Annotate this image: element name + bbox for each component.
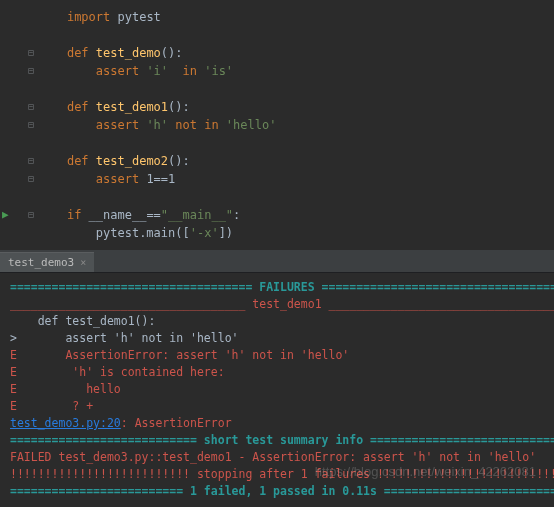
fold-icon (28, 26, 38, 44)
fold-icon[interactable]: ⊟ (28, 98, 38, 116)
code-line[interactable]: ⊟ assert 'h' not in 'hello' (0, 116, 554, 134)
tab-label: test_demo3 (8, 256, 74, 269)
fold-icon[interactable]: ⊟ (28, 116, 38, 134)
console-line: FAILED test_demo3.py::test_demo1 - Asser… (10, 449, 544, 466)
code-text: def test_demo2(): (38, 154, 190, 168)
console-tabbar: test_demo3 × (0, 250, 554, 273)
console-line: E AssertionError: assert 'h' not in 'hel… (10, 347, 544, 364)
code-text: def test_demo(): (38, 46, 183, 60)
console-line: E hello (10, 381, 544, 398)
code-text: assert 1==1 (38, 172, 175, 186)
console-line: !!!!!!!!!!!!!!!!!!!!!!!!!! stopping afte… (10, 466, 544, 483)
fold-icon[interactable]: ⊟ (28, 206, 38, 224)
console-output[interactable]: =================================== FAIL… (0, 273, 554, 506)
code-line[interactable] (0, 26, 554, 44)
code-text: assert 'i' in 'is' (38, 64, 233, 78)
console-line: E ? + (10, 398, 544, 415)
file-link[interactable]: test_demo3.py:20 (10, 416, 121, 430)
code-text: import pytest (38, 10, 161, 24)
code-text: pytest.main(['-x']) (38, 226, 233, 240)
fold-icon[interactable]: ⊟ (28, 44, 38, 62)
console-line: =========================== short test s… (10, 432, 544, 449)
console-line: test_demo3.py:20: AssertionError (10, 415, 544, 432)
close-icon[interactable]: × (80, 257, 86, 268)
code-line[interactable]: ⊟ def test_demo2(): (0, 152, 554, 170)
console-line: =================================== FAIL… (10, 279, 544, 296)
code-text: def test_demo1(): (38, 100, 190, 114)
fold-icon[interactable]: ⊟ (28, 62, 38, 80)
fold-icon (28, 224, 38, 242)
fold-icon (28, 80, 38, 98)
code-editor[interactable]: import pytest ⊟ def test_demo():⊟ assert… (0, 0, 554, 250)
code-line[interactable] (0, 134, 554, 152)
code-line[interactable] (0, 188, 554, 206)
fold-icon (28, 8, 38, 26)
console-line: E 'h' is contained here: (10, 364, 544, 381)
fold-icon[interactable]: ⊟ (28, 152, 38, 170)
code-line[interactable]: ⊟ def test_demo1(): (0, 98, 554, 116)
code-line[interactable]: ▶⊟ if __name__=="__main__": (0, 206, 554, 224)
console-line: def test_demo1(): (10, 313, 544, 330)
code-line[interactable]: import pytest (0, 8, 554, 26)
console-line: ========================= 1 failed, 1 pa… (10, 483, 544, 500)
console-line: __________________________________ test_… (10, 296, 544, 313)
code-line[interactable]: pytest.main(['-x']) (0, 224, 554, 242)
code-line[interactable] (0, 80, 554, 98)
run-gutter-icon[interactable]: ▶ (2, 206, 9, 224)
fold-icon (28, 188, 38, 206)
tab-test-demo3[interactable]: test_demo3 × (0, 252, 94, 272)
fold-icon[interactable]: ⊟ (28, 170, 38, 188)
fold-icon (28, 134, 38, 152)
code-line[interactable]: ⊟ assert 1==1 (0, 170, 554, 188)
code-line[interactable]: ⊟ assert 'i' in 'is' (0, 62, 554, 80)
code-line[interactable]: ⊟ def test_demo(): (0, 44, 554, 62)
code-text: assert 'h' not in 'hello' (38, 118, 276, 132)
console-line: > assert 'h' not in 'hello' (10, 330, 544, 347)
code-text: if __name__=="__main__": (38, 208, 240, 222)
